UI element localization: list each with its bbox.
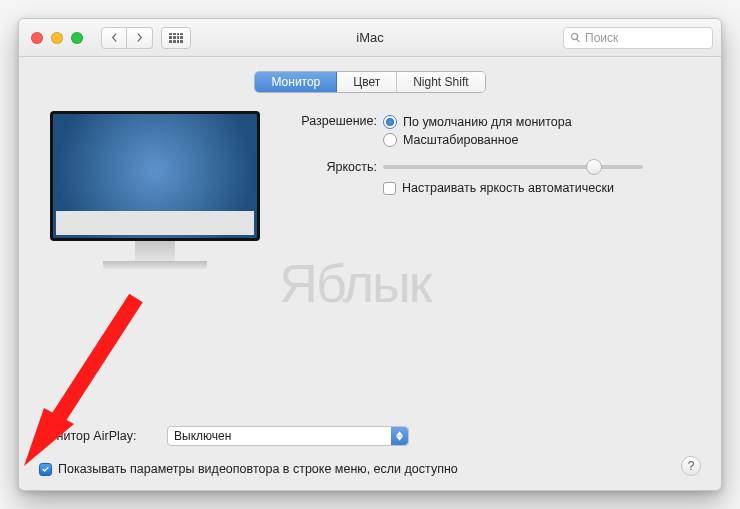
- tab-monitor[interactable]: Монитор: [255, 72, 337, 92]
- close-icon[interactable]: [31, 32, 43, 44]
- brightness-label: Яркость:: [287, 159, 383, 174]
- radio-scaled[interactable]: [383, 133, 397, 147]
- radio-default-for-display[interactable]: [383, 115, 397, 129]
- window-controls: [31, 32, 83, 44]
- search-input[interactable]: Поиск: [563, 27, 713, 49]
- search-placeholder: Поиск: [585, 31, 618, 45]
- nav-buttons: [101, 27, 153, 49]
- display-preview: [43, 111, 267, 301]
- minimize-icon[interactable]: [51, 32, 63, 44]
- auto-brightness-checkbox[interactable]: [383, 182, 396, 195]
- tab-night-shift[interactable]: Night Shift: [397, 72, 484, 92]
- search-icon: [570, 32, 581, 43]
- auto-brightness-label: Настраивать яркость автоматически: [402, 181, 614, 195]
- back-button[interactable]: [101, 27, 127, 49]
- grid-icon: [169, 33, 183, 43]
- airplay-label: Монитор AirPlay:: [39, 429, 159, 443]
- tab-bar: Монитор Цвет Night Shift: [39, 71, 701, 93]
- forward-button[interactable]: [127, 27, 153, 49]
- radio-scaled-label: Масштабированное: [403, 133, 519, 147]
- radio-default-label: По умолчанию для монитора: [403, 115, 572, 129]
- settings-panel: Разрешение: По умолчанию для монитора Ма…: [287, 113, 701, 205]
- help-button[interactable]: ?: [681, 456, 701, 476]
- content-area: Монитор Цвет Night Shift Разрешение:: [19, 57, 721, 490]
- show-all-button[interactable]: [161, 27, 191, 49]
- show-mirroring-checkbox[interactable]: [39, 463, 52, 476]
- zoom-icon[interactable]: [71, 32, 83, 44]
- titlebar: iMac Поиск: [19, 19, 721, 57]
- select-stepper-icon: [391, 427, 408, 445]
- tab-color[interactable]: Цвет: [337, 72, 397, 92]
- airplay-select[interactable]: Выключен: [167, 426, 409, 446]
- prefs-window: iMac Поиск Монитор Цвет Night Shift: [18, 18, 722, 491]
- brightness-slider[interactable]: [383, 165, 643, 169]
- show-mirroring-label: Показывать параметры видеоповтора в стро…: [58, 462, 458, 476]
- airplay-selected-value: Выключен: [174, 429, 231, 443]
- resolution-label: Разрешение:: [287, 113, 383, 128]
